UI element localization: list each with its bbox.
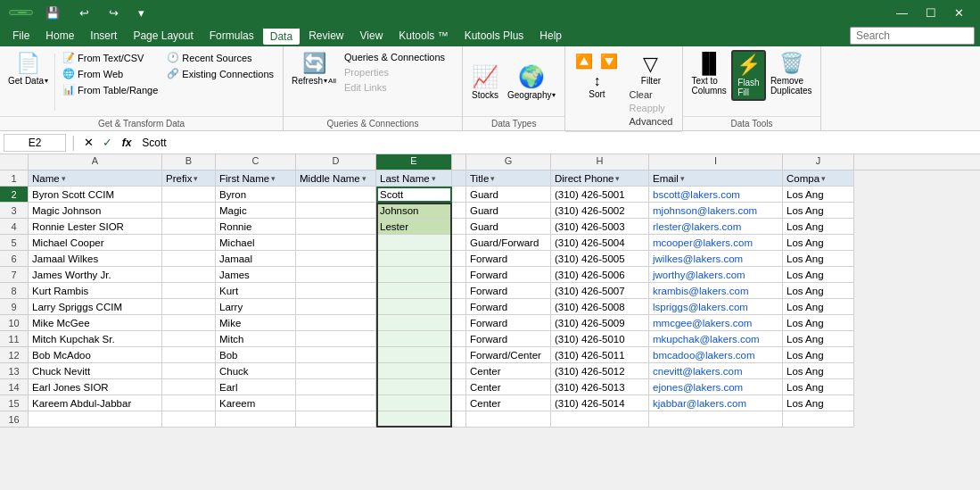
grid-cell-c[interactable]: Bob	[216, 347, 296, 363]
grid-cell-h[interactable]	[551, 411, 649, 428]
grid-cell-b[interactable]	[162, 331, 216, 347]
row-num-6[interactable]: 6	[0, 251, 28, 267]
grid-cell-b[interactable]	[162, 299, 216, 315]
grid-cell-b[interactable]	[162, 379, 216, 395]
from-table-button[interactable]: 📊 From Table/Range	[59, 82, 161, 97]
grid-cell-g[interactable]: Forward	[466, 299, 551, 315]
grid-cell-a[interactable]: James Worthy Jr.	[29, 267, 162, 283]
grid-cell-h[interactable]: (310) 426-5010	[551, 331, 649, 347]
grid-cell-g[interactable]: Title▾	[466, 170, 551, 187]
grid-cell-a[interactable]: Chuck Nevitt	[29, 363, 162, 379]
grid-cell-d[interactable]	[296, 395, 376, 411]
stocks-button[interactable]: 📈 Stocks	[468, 62, 502, 102]
grid-cell-j[interactable]: Los Ang	[783, 203, 854, 219]
from-text-csv-button[interactable]: 📝 From Text/CSV	[59, 50, 161, 65]
grid-cell-c[interactable]: Kareem	[216, 395, 296, 411]
grid-cell-f[interactable]	[452, 267, 466, 283]
grid-cell-d[interactable]	[296, 347, 376, 363]
grid-cell-h[interactable]: (310) 426-5007	[551, 283, 649, 299]
grid-cell-c[interactable]: Kurt	[216, 283, 296, 299]
grid-cell-j[interactable]: Los Ang	[783, 395, 854, 411]
grid-cell-a[interactable]: Byron Scott CCIM	[29, 187, 162, 203]
grid-cell-j[interactable]: Los Ang	[783, 331, 854, 347]
grid-cell-j[interactable]: Los Ang	[783, 363, 854, 379]
filter-arrow-h[interactable]: ▾	[615, 174, 620, 183]
grid-cell-f[interactable]	[452, 251, 466, 267]
grid-cell-h[interactable]: (310) 426-5012	[551, 363, 649, 379]
grid-cell-g[interactable]: Forward/Center	[466, 347, 551, 363]
menu-formulas[interactable]: Formulas	[202, 28, 261, 44]
filter-arrow-e[interactable]: ▾	[432, 174, 436, 183]
remove-duplicates-button[interactable]: 🗑️ RemoveDuplicates	[768, 50, 815, 97]
grid-cell-c[interactable]: Michael	[216, 235, 296, 251]
grid-cell-f[interactable]	[452, 283, 466, 299]
grid-cell-i[interactable]: rlester@lakers.com	[649, 219, 783, 235]
grid-cell-h[interactable]: (310) 426-5013	[551, 379, 649, 395]
grid-cell-d[interactable]	[296, 283, 376, 299]
grid-cell-i[interactable]: mcooper@lakers.com	[649, 235, 783, 251]
row-num-7[interactable]: 7	[0, 267, 28, 283]
col-header-b[interactable]: B	[162, 154, 216, 170]
grid-cell-c[interactable]: Mitch	[216, 331, 296, 347]
grid-cell-a[interactable]: Bob McAdoo	[29, 347, 162, 363]
grid-cell-j[interactable]: Los Ang	[783, 267, 854, 283]
row-num-8[interactable]: 8	[0, 283, 28, 299]
col-header-h[interactable]: H	[551, 154, 649, 170]
minimize-button[interactable]: —	[889, 4, 915, 21]
grid-cell-i[interactable]: lspriggs@lakers.com	[649, 299, 783, 315]
row-num-15[interactable]: 15	[0, 395, 28, 411]
row-num-2[interactable]: 2	[0, 187, 28, 203]
menu-view[interactable]: View	[353, 28, 391, 44]
grid-cell-a[interactable]: Magic Johnson	[29, 203, 162, 219]
grid-cell-b[interactable]	[162, 395, 216, 411]
sort-asc-button[interactable]: 🔼	[572, 52, 596, 71]
grid-cell-g[interactable]: Guard	[466, 203, 551, 219]
grid-cell-g[interactable]: Center	[466, 363, 551, 379]
grid-cell-j[interactable]: Compa▾	[783, 170, 854, 187]
grid-cell-f[interactable]	[452, 187, 466, 203]
grid-cell-c[interactable]: Mike	[216, 315, 296, 331]
menu-review[interactable]: Review	[301, 28, 350, 44]
col-header-g[interactable]: G	[466, 154, 551, 170]
from-web-button[interactable]: 🌐 From Web	[59, 66, 161, 81]
grid-cell-f[interactable]	[452, 379, 466, 395]
grid-cell-d[interactable]	[296, 299, 376, 315]
grid-cell-c[interactable]: First Name▾	[216, 170, 296, 187]
menu-file[interactable]: File	[5, 28, 37, 44]
grid-cell-b[interactable]	[162, 251, 216, 267]
grid-cell-f[interactable]	[452, 347, 466, 363]
grid-cell-a[interactable]: Mike McGee	[29, 315, 162, 331]
grid-cell-j[interactable]: Los Ang	[783, 315, 854, 331]
grid-cell-d[interactable]	[296, 187, 376, 203]
grid-cell-h[interactable]: (310) 426-5009	[551, 315, 649, 331]
grid-cell-a[interactable]: Name▾	[29, 170, 162, 187]
grid-cell-c[interactable]: Jamaal	[216, 251, 296, 267]
grid-cell-f[interactable]	[452, 219, 466, 235]
grid-cell-d[interactable]	[296, 203, 376, 219]
grid-cell-d[interactable]	[296, 315, 376, 331]
text-to-columns-button[interactable]: ▐▌ Text toColumns	[688, 50, 729, 97]
grid-cell-e[interactable]	[376, 251, 452, 267]
grid-cell-b[interactable]	[162, 203, 216, 219]
queries-connections-button[interactable]: Queries & Connections	[341, 50, 457, 64]
grid-cell-e[interactable]	[376, 395, 452, 411]
row-num-16[interactable]: 16	[0, 411, 28, 428]
grid-cell-e[interactable]: Last Name▾	[376, 170, 452, 187]
menu-home[interactable]: Home	[38, 28, 81, 44]
filter-arrow-b[interactable]: ▾	[194, 174, 198, 183]
grid-cell-a[interactable]: Kurt Rambis	[29, 283, 162, 299]
grid-cell-h[interactable]: (310) 426-5004	[551, 235, 649, 251]
col-header-i[interactable]: I	[649, 154, 783, 170]
col-header-c[interactable]: C	[216, 154, 296, 170]
grid-cell-i[interactable]	[649, 411, 783, 428]
grid-cell-j[interactable]: Los Ang	[783, 235, 854, 251]
grid-cell-j[interactable]: Los Ang	[783, 219, 854, 235]
grid-cell-f[interactable]	[452, 235, 466, 251]
grid-cell-d[interactable]	[296, 219, 376, 235]
grid-cell-f[interactable]	[452, 315, 466, 331]
grid-cell-b[interactable]: Prefix▾	[162, 170, 216, 187]
filter-arrow-a[interactable]: ▾	[62, 174, 66, 183]
grid-cell-b[interactable]	[162, 363, 216, 379]
grid-cell-c[interactable]: Ronnie	[216, 219, 296, 235]
grid-cell-i[interactable]: jwilkes@lakers.com	[649, 251, 783, 267]
